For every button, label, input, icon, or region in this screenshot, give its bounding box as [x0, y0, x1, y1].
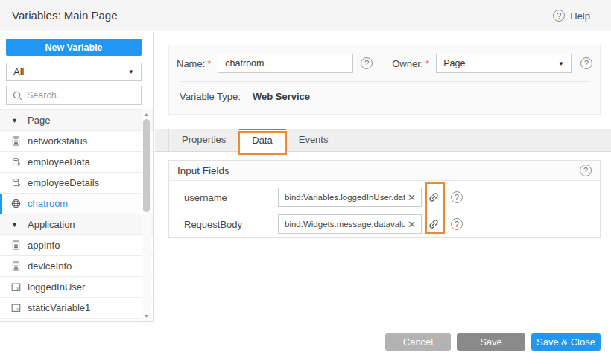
- item-label: employeeData: [28, 156, 90, 167]
- input-fields-panel: Input Fields ? username bind:Variables.l…: [168, 160, 601, 238]
- svg-text:x: x: [16, 306, 19, 310]
- variables-dialog: Variables: Main Page ? Help New Variable…: [0, 0, 611, 364]
- chevron-down-icon: ▼: [128, 68, 134, 75]
- required-star: *: [207, 58, 211, 69]
- tab-data[interactable]: Data: [239, 129, 285, 152]
- username-help-icon[interactable]: ?: [451, 191, 463, 203]
- service-variable-icon: [11, 178, 21, 188]
- variable-tree: ▼ Page networkstatus employeeData emplo: [0, 109, 153, 319]
- item-label: employeeDetails: [28, 177, 99, 188]
- web-service-globe-icon: [11, 199, 21, 208]
- bind-link-icon[interactable]: [426, 188, 441, 208]
- item-label: appInfo: [28, 240, 60, 251]
- input-fields-title: Input Fields: [177, 165, 229, 176]
- owner-label: Owner:*: [392, 58, 429, 69]
- dialog-header: Variables: Main Page ? Help: [0, 0, 611, 31]
- variable-search[interactable]: [6, 86, 142, 105]
- scroll-down-icon[interactable]: ▼: [142, 313, 151, 319]
- name-help-icon[interactable]: ?: [361, 57, 373, 69]
- device-variable-icon: [11, 240, 21, 250]
- device-variable-icon: [11, 136, 21, 146]
- item-label: networkstatus: [28, 135, 87, 147]
- bind-value: bind:Variables.loggedInUser.dataSet.na: [285, 193, 405, 202]
- new-variable-button[interactable]: New Variable: [6, 39, 142, 56]
- chevron-down-icon: ▼: [558, 60, 564, 67]
- field-row-username: username bind:Variables.loggedInUser.dat…: [169, 184, 600, 211]
- owner-help-icon[interactable]: ?: [580, 57, 592, 69]
- sidebar-scrollbar[interactable]: ▲ ▼: [142, 109, 151, 321]
- scrollbar-thumb[interactable]: [143, 119, 150, 212]
- device-variable-icon: [11, 261, 21, 271]
- tab-label: Data: [252, 135, 272, 146]
- service-variable-icon: [11, 157, 21, 167]
- requestbody-help-icon[interactable]: ?: [451, 218, 463, 230]
- bind-link-icon[interactable]: [426, 214, 441, 234]
- tab-events[interactable]: Events: [286, 129, 342, 152]
- name-label: Name:*: [177, 58, 211, 69]
- clear-icon[interactable]: ✕: [408, 192, 416, 203]
- help-circle-icon: ?: [553, 10, 565, 22]
- sidebar-item-appInfo[interactable]: appInfo: [0, 235, 153, 256]
- item-label: staticVariable1: [28, 302, 90, 313]
- input-fields-help-icon[interactable]: ?: [580, 165, 592, 176]
- divider: [180, 81, 589, 82]
- scroll-up-icon[interactable]: ▲: [142, 112, 151, 117]
- variable-name-input[interactable]: [218, 54, 353, 73]
- clear-icon[interactable]: ✕: [408, 219, 416, 230]
- requestbody-bind-input[interactable]: bind:Widgets.message.datavalue ✕: [278, 214, 422, 234]
- variable-summary-box: Name:* ? Owner:* Page ▼ ? Variable Type:…: [168, 45, 601, 115]
- field-row-requestbody: RequestBody bind:Widgets.message.dataval…: [169, 211, 600, 237]
- sidebar-group-page[interactable]: ▼ Page: [0, 110, 153, 131]
- variable-detail-pane: Name:* ? Owner:* Page ▼ ? Variable Type:…: [155, 32, 611, 364]
- search-input[interactable]: [27, 90, 135, 100]
- field-label: RequestBody: [184, 219, 278, 230]
- collapse-triangle-icon[interactable]: ▼: [11, 221, 21, 229]
- sidebar-item-staticVariable1[interactable]: x staticVariable1: [0, 298, 153, 319]
- help-link[interactable]: ? Help: [553, 0, 590, 31]
- static-variable-icon: x: [11, 303, 21, 313]
- detail-tabbar: Properties Data Events: [155, 129, 611, 152]
- group-label: Page: [28, 115, 50, 126]
- variable-type-value: Web Service: [253, 91, 310, 102]
- item-label: deviceInfo: [28, 261, 72, 272]
- sidebar-item-networkstatus[interactable]: networkstatus: [0, 131, 153, 152]
- owner-select[interactable]: Page ▼: [436, 54, 572, 73]
- search-icon: [13, 91, 22, 100]
- input-fields-header: Input Fields ?: [169, 161, 600, 181]
- variable-filter-select[interactable]: All ▼: [6, 63, 142, 81]
- sidebar-group-application[interactable]: ▼ Application: [0, 214, 153, 235]
- group-label: Application: [28, 219, 75, 230]
- sidebar-item-employeeDetails[interactable]: employeeDetails: [0, 173, 153, 194]
- help-label: Help: [570, 10, 590, 22]
- required-star: *: [425, 58, 429, 69]
- sidebar-item-deviceInfo[interactable]: deviceInfo: [0, 256, 153, 277]
- collapse-triangle-icon[interactable]: ▼: [11, 117, 21, 124]
- sidebar-item-loggedInUser[interactable]: x loggedInUser: [0, 277, 153, 298]
- save-button[interactable]: Save: [457, 333, 525, 351]
- save-and-close-button[interactable]: Save & Close: [531, 333, 601, 351]
- tab-properties[interactable]: Properties: [168, 129, 239, 152]
- owner-selected-value: Page: [443, 58, 465, 68]
- page-title: Variables: Main Page: [12, 9, 117, 22]
- svg-text:x: x: [16, 285, 19, 290]
- variables-sidebar: New Variable All ▼ ▼ Page networkstatus: [0, 32, 154, 322]
- field-label: username: [184, 192, 278, 203]
- filter-selected-value: All: [13, 66, 24, 77]
- item-label: loggedInUser: [28, 281, 85, 293]
- bind-value: bind:Widgets.message.datavalue: [285, 220, 405, 229]
- static-variable-icon: x: [11, 282, 21, 292]
- item-label: chatroom: [28, 198, 68, 209]
- cancel-button[interactable]: Cancel: [385, 333, 451, 351]
- sidebar-item-chatroom[interactable]: chatroom: [0, 194, 153, 214]
- username-bind-input[interactable]: bind:Variables.loggedInUser.dataSet.na ✕: [278, 188, 422, 207]
- dialog-footer: Cancel Save Save & Close: [385, 333, 601, 351]
- variable-type-label: Variable Type:: [180, 91, 241, 102]
- sidebar-item-employeeData[interactable]: employeeData: [0, 152, 153, 173]
